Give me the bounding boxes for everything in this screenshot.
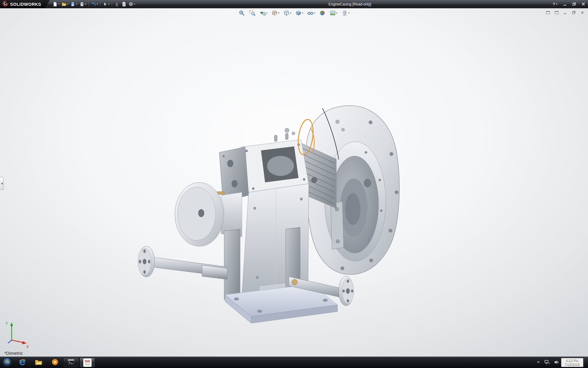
triad-x-label: X [26, 345, 29, 349]
dropdown-caret: ▾ [85, 3, 86, 6]
window-pane-button-1[interactable] [545, 10, 551, 15]
print-icon [79, 2, 85, 7]
doc-close-button[interactable] [580, 10, 585, 15]
apply-scene-button[interactable]: ▾ [329, 9, 338, 17]
dropdown-caret: ▾ [58, 3, 59, 6]
system-tray: 4:12 PM 7/13/2015 [534, 357, 588, 368]
view-settings-icon [341, 10, 348, 16]
zoom-to-area-button[interactable] [248, 9, 256, 17]
doc-minimize-button[interactable] [563, 10, 568, 15]
hide-show-items-button[interactable]: ▾ [307, 9, 316, 17]
undo-button[interactable]: ▾ [90, 1, 99, 8]
previous-view-button[interactable]: ▾ [259, 9, 268, 17]
section-view-button[interactable]: ▾ [271, 9, 280, 17]
restore-icon [572, 2, 576, 6]
title-bar: SOLIDWORKS ▾ ▾ ▾ ▾ ▾ ▾ [0, 0, 588, 8]
restore-button[interactable] [570, 0, 579, 8]
undo-icon [91, 2, 96, 7]
restore-icon [572, 11, 576, 14]
options-button[interactable]: ▾ [127, 1, 136, 8]
chevron-up-icon [537, 360, 540, 365]
dropdown-caret: ▾ [314, 12, 315, 14]
window-pane-icon [546, 11, 550, 14]
minimize-icon [563, 11, 567, 14]
open-button[interactable]: ▾ [60, 1, 69, 8]
quick-access-toolbar: ▾ ▾ ▾ ▾ ▾ ▾ ▾ [51, 0, 136, 8]
edit-appearance-button[interactable] [318, 9, 326, 17]
heads-up-view-toolbar: ▾ ▾ ▾ ▾ ▾ ▾ ▾ [238, 9, 350, 17]
close-icon [582, 2, 585, 6]
apply-scene-icon [330, 10, 336, 16]
rebuild-icon [114, 2, 119, 7]
volume-icon [554, 360, 559, 365]
taskbar-apps: SW 2015 [15, 357, 95, 368]
start-button[interactable] [0, 357, 14, 368]
taskbar-item-media-player[interactable] [47, 357, 62, 368]
show-desktop-button[interactable] [583, 357, 588, 368]
graphics-area[interactable]: ▾ ▾ ▾ ▾ ▾ ▾ ▾ [0, 8, 588, 357]
toolbar-separator [89, 2, 89, 7]
help-label: ? [553, 2, 555, 6]
network-icon [545, 360, 550, 365]
windows-start-orb-icon [2, 357, 12, 368]
engine-casing-model[interactable] [0, 8, 588, 357]
solidworks-icon: SW 2015 [83, 358, 92, 367]
volume-tray-button[interactable] [552, 357, 561, 368]
close-icon [580, 11, 584, 14]
view-orientation-label: *Dimetric [4, 351, 23, 356]
doc-restore-button[interactable] [571, 10, 576, 15]
dropdown-caret: ▾ [76, 3, 77, 6]
taskbar-item-windows-explorer[interactable] [31, 357, 46, 368]
view-settings-button[interactable]: ▾ [341, 9, 350, 17]
network-tray-button[interactable] [542, 357, 552, 368]
open-icon [61, 2, 66, 7]
rebuild-button[interactable] [113, 1, 120, 8]
triad-y-label: Y [6, 321, 8, 326]
new-document-icon [52, 2, 58, 7]
minimize-button[interactable] [560, 0, 570, 8]
dropdown-caret: ▾ [556, 3, 557, 6]
dropdown-caret: ▾ [348, 12, 349, 14]
view-orientation-button[interactable]: ▾ [283, 9, 292, 17]
window-controls: ? ▾ [550, 0, 588, 8]
save-icon [70, 2, 75, 7]
print-button[interactable]: ▾ [78, 1, 87, 8]
taskbar: SW 2015 4:12 PM 7/13/2015 [0, 357, 588, 368]
options-gear-icon [128, 2, 134, 7]
section-view-icon [271, 10, 278, 16]
ds-logo-icon [2, 1, 8, 8]
dropdown-caret: ▾ [108, 3, 110, 6]
taskbar-item-solidworks[interactable]: SW 2015 [80, 358, 95, 367]
taskbar-clock[interactable]: 4:12 PM 7/13/2015 [561, 358, 583, 367]
orientation-triad: Y X [4, 320, 31, 349]
dropdown-caret: ▾ [97, 3, 98, 6]
help-button[interactable]: ? ▾ [550, 2, 560, 6]
display-style-button[interactable]: ▾ [295, 9, 304, 17]
hide-show-items-icon [307, 10, 314, 16]
dropdown-caret: ▾ [336, 12, 337, 14]
select-cursor-icon [103, 2, 108, 7]
clock-date: 7/13/2015 [565, 362, 580, 366]
display-style-icon [295, 10, 302, 16]
feature-manager-collapse-tab[interactable] [0, 177, 4, 190]
window-title: EngineCasing [Read-only] [329, 2, 371, 6]
toolbar-separator [112, 2, 112, 7]
zoom-to-fit-button[interactable] [238, 9, 246, 17]
window-pane-icon [555, 11, 559, 14]
taskbar-item-internet-explorer[interactable] [15, 357, 30, 368]
dropdown-caret: ▾ [302, 12, 303, 14]
dropdown-caret: ▾ [134, 3, 135, 6]
window-pane-button-2[interactable] [554, 10, 559, 15]
dropdown-caret: ▾ [290, 12, 291, 14]
new-document-button[interactable]: ▾ [51, 1, 60, 8]
show-hidden-icons-button[interactable] [534, 357, 542, 368]
command-prompt-icon [67, 358, 75, 366]
clock-time: 4:12 PM [566, 358, 579, 362]
file-properties-button[interactable] [120, 1, 127, 8]
select-button[interactable]: ▾ [102, 1, 111, 8]
taskbar-item-command-prompt[interactable] [63, 358, 79, 367]
solidworks-brand: SOLIDWORKS [0, 0, 50, 8]
close-button[interactable] [579, 0, 588, 8]
document-window-controls [545, 10, 585, 15]
save-button[interactable]: ▾ [69, 1, 78, 8]
